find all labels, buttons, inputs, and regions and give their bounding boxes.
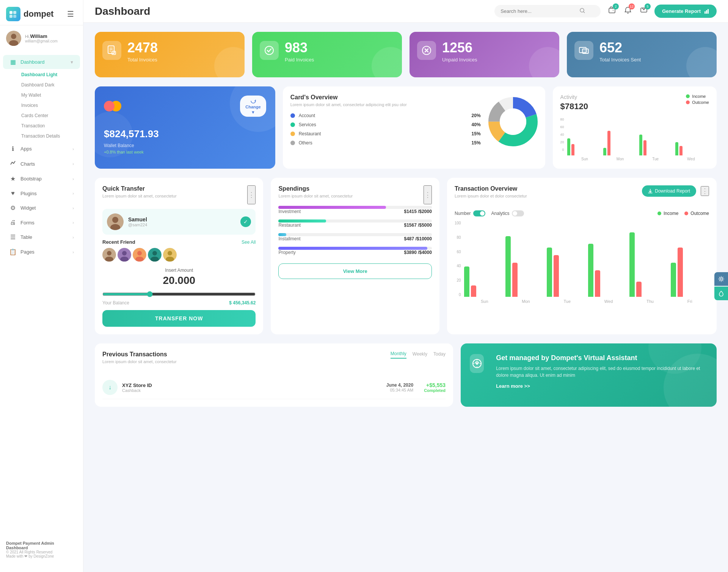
bar-group-tue [639,135,673,155]
restaurant-amounts: $1567 /$5000 [404,223,431,228]
income-dot [686,94,690,98]
notification-bell-button[interactable]: 12 [623,5,633,17]
user-profile: Hi,William william@gmail.com [0,25,83,51]
wallet-notification-button[interactable]: 2 [607,5,617,17]
txn-bar-tue [547,248,585,297]
prev-txn-subtitle: Lorem ipsum dolor sit amet, consectetur [102,359,177,364]
sidebar-item-bootstrap[interactable]: ★ Bootstrap › [3,172,80,186]
search-icon [579,8,585,15]
contact-avatar [107,213,124,230]
submenu-transaction[interactable]: Transaction [15,121,80,131]
sidebar-label-apps: Apps [20,146,69,152]
stat-cards-grid: 2478 Total Invoices 983 Paid Invoices [95,32,717,77]
number-toggle[interactable] [473,210,485,216]
svg-rect-12 [706,10,707,14]
txn-status-1: Completed [424,388,446,393]
txn-item-info-1: XYZ Store ID Cashback [122,382,382,393]
txn-more-button[interactable]: ⋮ [701,186,709,196]
property-bar-fill [278,247,427,250]
transaction-overview-card: Transaction Overview Lorem ipsum dolor e… [447,178,717,334]
txn-store-name: XYZ Store ID [122,382,382,388]
bar-group-wed [675,142,709,155]
prev-txn-tabs: Monthly Weekly Today [391,351,446,359]
activity-bar-chart [567,118,709,155]
download-report-button[interactable]: Download Report [642,185,696,197]
contact-name: Samuel [128,216,147,223]
analytics-toggle[interactable] [512,210,524,216]
qt-more-button[interactable]: ⋮ [247,185,256,204]
svg-rect-11 [704,11,706,14]
investment-label: Investment [278,209,301,214]
tab-weekly[interactable]: Weekly [413,351,427,359]
transfer-now-button[interactable]: TRANSFER NOW [102,310,256,327]
selected-contact[interactable]: Samuel @sam224 ✓ [102,209,256,235]
va-learn-more-link[interactable]: Learn more >> [496,383,530,389]
view-more-button[interactable]: View More [278,263,431,279]
sidebar-item-plugins[interactable]: ♥ Plugins › [3,186,80,200]
settings-float-button[interactable] [714,272,728,286]
submenu-transaction-details[interactable]: Transaction Details [15,131,80,141]
tab-monthly[interactable]: Monthly [391,351,406,359]
sidebar-item-table[interactable]: ☰ Table › [3,230,80,244]
total-invoices-label: Total Invoices [127,57,158,63]
spending-restaurant: Restaurant $1567 /$5000 [278,219,431,228]
sidebar-item-forms[interactable]: 🖨 Forms › [3,216,80,229]
generate-report-label: Generate Report [662,8,701,14]
cards-overview-card: Card's Overview Lorem ipsum dolor sit am… [283,86,545,169]
sun-outcome-bar [571,144,574,155]
submenu-invoices[interactable]: Invoices [15,100,80,110]
friend-avatar-2[interactable] [118,248,131,262]
friend-avatar-4[interactable] [148,248,162,262]
generate-report-button[interactable]: Generate Report [654,5,717,18]
tab-today[interactable]: Today [433,351,446,359]
submenu-dashboard-light[interactable]: Dashboard Light [15,70,80,80]
made-with: Made with ❤ by DesignZone [6,554,77,558]
wed-outcome-bar [679,146,682,155]
submenu-cards-center[interactable]: Cards Center [15,111,80,121]
sidebar-item-pages[interactable]: 📋 Pages › [3,245,80,259]
submenu-dashboard-dark[interactable]: Dashboard Dark [15,80,80,90]
sidebar-label-plugins: Plugins [20,191,69,196]
txn-bar-chart [464,221,709,297]
friend-avatar-1[interactable] [102,248,116,262]
messages-button[interactable]: 5 [639,5,649,17]
water-float-button[interactable] [714,287,728,300]
sidebar-item-dashboard[interactable]: ▦ Dashboard ▼ [3,55,80,69]
restaurant-percent: 15% [472,131,481,136]
svg-rect-13 [708,9,709,14]
search-box[interactable] [494,5,601,17]
activity-chart-labels: SunMonTueWed [567,157,709,161]
search-input[interactable] [500,8,576,14]
friend-avatar-5[interactable] [163,248,177,262]
qt-header: Quick Transfer Lorem ipsum dolor sit ame… [102,185,256,204]
amount-slider[interactable] [102,291,256,297]
sidebar-item-widget[interactable]: ⚙ Widget › [3,201,80,215]
wed-income-bar [675,142,678,155]
txn-date-1: June 4, 2020 05:34:45 AM [386,382,413,392]
unpaid-invoices-number: 1256 [442,41,477,55]
spendings-more-button[interactable]: ⋮ [424,185,432,204]
mon-income-bar [603,148,606,155]
mastercard-logo [104,101,121,111]
analytics-toggle-label: Analytics [491,211,510,216]
friend-avatar-3[interactable] [133,248,146,262]
dashboard-submenu: Dashboard Light Dashboard Dark My Wallet… [0,70,83,141]
txn-mon-outcome [512,263,518,297]
sidebar-item-charts[interactable]: Charts › [3,157,80,171]
txn-date-main: June 4, 2020 [386,382,413,388]
hamburger-button[interactable]: ☰ [64,9,77,19]
amount-value: 20.000 [102,274,256,287]
txn-bar-thu [629,232,668,297]
txn-chart-labels: SunMonTueWedThuFri [464,299,709,304]
activity-amount: $78120 [560,102,588,111]
submenu-my-wallet[interactable]: My Wallet [15,90,80,100]
total-sent-label: Total Invoices Sent [599,57,641,63]
sidebar-item-apps[interactable]: ℹ Apps › [3,142,80,156]
see-all-link[interactable]: See All [242,240,256,245]
y-axis: 020406080 [560,118,566,152]
copyright: © 2021 All Rights Reserved [6,550,77,554]
svg-point-33 [107,251,111,255]
cards-overview-title: Card's Overview [290,94,481,101]
txn-sun-outcome [471,285,476,297]
paid-invoices-number: 983 [285,41,314,55]
